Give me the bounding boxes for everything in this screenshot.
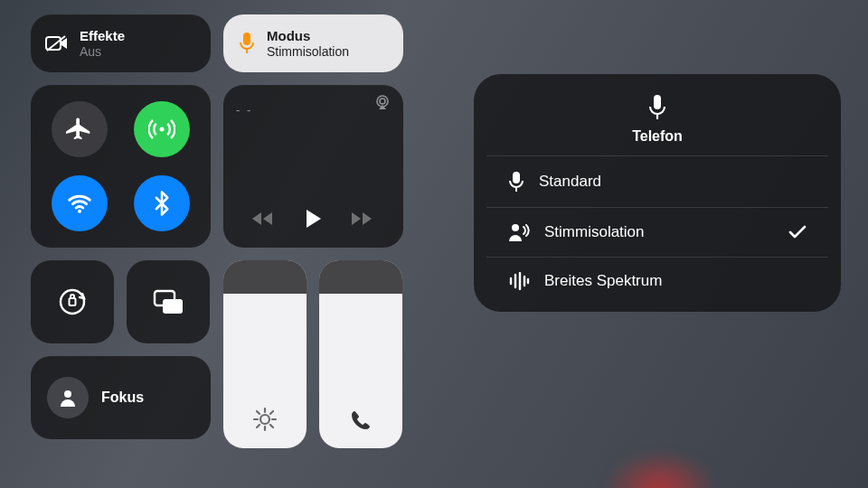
svg-point-13 <box>260 415 269 424</box>
rotation-lock-tile[interactable] <box>31 260 114 343</box>
play-icon[interactable] <box>305 208 323 230</box>
screen-mirroring-tile[interactable] <box>127 260 210 343</box>
mic-mode-tile[interactable]: Modus Stimmisolation <box>223 14 403 72</box>
svg-point-5 <box>78 210 81 213</box>
checkmark-icon <box>788 225 807 239</box>
focus-tile[interactable]: Fokus <box>31 356 211 439</box>
effects-title: Effekte <box>80 28 125 44</box>
control-center: Effekte Aus Modus Stimmisolation <box>31 14 403 448</box>
effects-tile[interactable]: Effekte Aus <box>31 14 211 72</box>
microphone-icon <box>647 94 667 121</box>
person-wave-icon <box>508 222 530 242</box>
accent-glow <box>579 434 741 488</box>
svg-line-21 <box>270 411 273 414</box>
svg-line-20 <box>257 425 259 427</box>
focus-label: Fokus <box>101 389 144 406</box>
option-label: Standard <box>539 173 601 191</box>
prev-track-icon[interactable] <box>252 211 276 227</box>
svg-rect-2 <box>243 33 250 45</box>
svg-point-4 <box>160 127 165 132</box>
panel-title: Telefon <box>632 128 683 145</box>
mic-option-wide-spectrum[interactable]: Breites Spektrum <box>486 257 828 305</box>
phone-icon <box>349 408 373 432</box>
media-tile[interactable]: - - <box>223 85 403 248</box>
svg-point-12 <box>64 390 71 398</box>
airplane-toggle[interactable] <box>52 101 108 157</box>
svg-rect-22 <box>654 95 661 109</box>
airplay-icon[interactable] <box>373 94 392 110</box>
mode-status: Stimmisolation <box>267 44 349 60</box>
volume-slider[interactable] <box>319 260 402 448</box>
cellular-toggle[interactable] <box>134 101 190 157</box>
mode-title: Modus <box>267 28 349 44</box>
svg-rect-24 <box>513 172 520 183</box>
person-icon <box>58 388 78 408</box>
wifi-toggle[interactable] <box>52 175 108 231</box>
microphone-icon <box>238 32 256 55</box>
waveform-icon <box>508 272 530 290</box>
microphone-icon <box>508 171 524 192</box>
svg-point-7 <box>380 99 385 104</box>
svg-rect-11 <box>163 299 183 314</box>
svg-rect-9 <box>70 298 76 305</box>
video-off-icon <box>45 34 69 52</box>
svg-rect-0 <box>46 37 61 50</box>
brightness-icon <box>252 407 278 432</box>
next-track-icon[interactable] <box>352 211 375 227</box>
option-label: Stimmisolation <box>544 223 645 241</box>
mic-option-voice-isolation[interactable]: Stimmisolation <box>486 207 828 257</box>
bluetooth-toggle[interactable] <box>134 175 190 231</box>
svg-line-19 <box>270 425 273 427</box>
connectivity-group <box>31 85 211 248</box>
svg-point-8 <box>61 290 84 314</box>
svg-point-26 <box>512 224 519 231</box>
option-label: Breites Spektrum <box>544 272 662 290</box>
mic-mode-panel: Telefon Standard Stimmisolation Breites … <box>474 74 841 312</box>
mic-option-standard[interactable]: Standard <box>486 155 828 207</box>
svg-line-18 <box>257 411 259 414</box>
brightness-slider[interactable] <box>223 260 307 448</box>
effects-status: Aus <box>80 44 125 60</box>
media-title: - - <box>236 103 391 117</box>
